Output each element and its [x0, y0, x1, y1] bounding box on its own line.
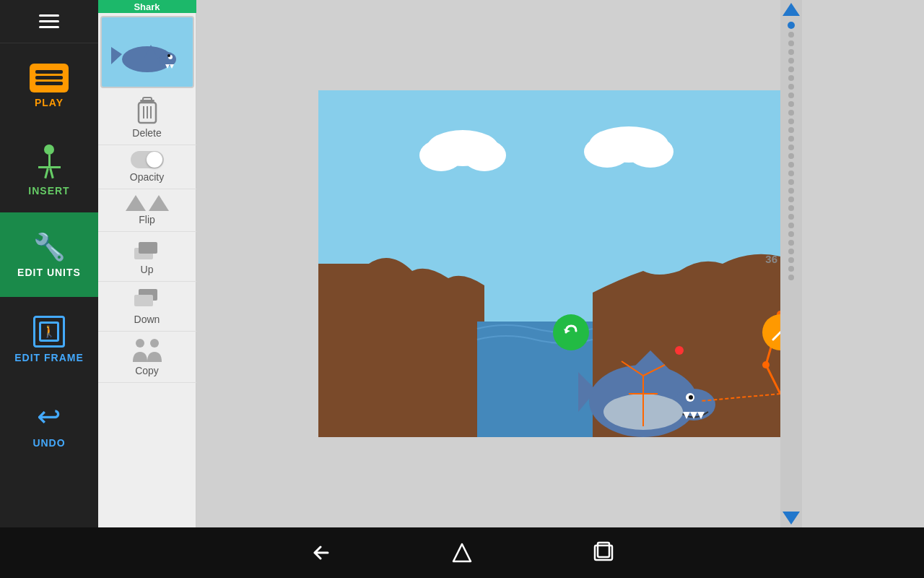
- flip-tool[interactable]: Flip: [98, 189, 196, 232]
- svg-point-59: [689, 395, 693, 400]
- home-button[interactable]: [449, 540, 475, 566]
- flip-tri-right: [149, 195, 169, 211]
- edit-frame-label: EDIT FRAME: [14, 352, 84, 363]
- wrench-icon: 🔧: [33, 232, 66, 262]
- shark-thumbnail[interactable]: [100, 16, 194, 88]
- content-area: PLAY INSERT: [0, 0, 924, 527]
- tools-panel: Shark: [98, 0, 196, 527]
- scroll-dot: [788, 75, 794, 81]
- frame-number: 36: [765, 253, 777, 265]
- scroll-dot: [788, 223, 794, 228]
- svg-rect-10: [143, 98, 152, 101]
- scroll-dot: [788, 179, 794, 185]
- svg-line-67: [773, 325, 780, 340]
- recent-button[interactable]: [590, 540, 616, 566]
- scroll-dot: [788, 171, 794, 176]
- bottom-bar: [0, 527, 924, 578]
- scroll-dot: [788, 231, 794, 237]
- opacity-label: Opacity: [130, 171, 164, 183]
- scroll-dot-active: [788, 22, 795, 29]
- delete-icon: [136, 97, 159, 124]
- opacity-toggle[interactable]: [131, 151, 164, 168]
- animation-canvas[interactable]: [318, 90, 780, 437]
- scroll-dot: [788, 92, 794, 98]
- undo-icon: ↩: [37, 400, 61, 433]
- play-label: PLAY: [35, 97, 64, 108]
- scroll-dot: [788, 66, 794, 72]
- play-button[interactable]: PLAY: [0, 43, 98, 128]
- delete-tool[interactable]: Delete: [98, 91, 196, 145]
- edit-frame-person-icon: 🚶: [42, 324, 56, 338]
- up-label: Up: [141, 264, 154, 275]
- scroll-dot: [788, 101, 794, 107]
- scroll-dot: [788, 275, 794, 280]
- down-icon: [133, 288, 162, 311]
- back-icon: [308, 540, 334, 566]
- scroll-dot: [788, 40, 794, 46]
- up-tool[interactable]: Up: [98, 232, 196, 282]
- edit-frame-button[interactable]: 🚶 EDIT FRAME: [0, 297, 98, 381]
- undo-button[interactable]: ↩ UNDO: [0, 381, 98, 466]
- svg-point-24: [463, 139, 506, 171]
- down-tool[interactable]: Down: [98, 282, 196, 332]
- svg-point-48: [762, 361, 770, 368]
- scroll-dot: [788, 257, 794, 263]
- scroll-down-button[interactable]: [783, 512, 800, 525]
- scroll-dot: [788, 58, 794, 64]
- tools-title: Shark: [134, 1, 160, 12]
- home-icon: [449, 540, 475, 566]
- svg-rect-16: [139, 242, 157, 254]
- opacity-tool[interactable]: Opacity: [98, 145, 196, 189]
- scene-svg: [318, 90, 780, 437]
- rotate-handle[interactable]: [553, 314, 589, 350]
- scroll-dot: [788, 49, 794, 55]
- scroll-dot: [788, 144, 794, 150]
- scroll-track: 36: [780, 0, 802, 527]
- hamburger-icon: [39, 14, 59, 28]
- edit-units-button[interactable]: 🔧 EDIT UNITS: [0, 212, 98, 297]
- up-icon: [133, 238, 162, 261]
- main-container: PLAY INSERT: [0, 0, 924, 578]
- svg-point-8: [167, 54, 170, 57]
- shark-preview-svg: [104, 20, 191, 85]
- scroll-dots: [788, 16, 795, 512]
- insert-button[interactable]: INSERT: [0, 128, 98, 212]
- scroll-dot: [788, 266, 794, 272]
- scroll-dot: [788, 214, 794, 220]
- scroll-dot: [788, 162, 794, 168]
- opacity-knob: [147, 152, 162, 168]
- delete-label: Delete: [132, 127, 161, 139]
- scroll-dot: [788, 249, 794, 254]
- undo-label: UNDO: [32, 437, 65, 449]
- down-label: Down: [134, 314, 160, 325]
- canvas-area: 36: [196, 0, 924, 527]
- scroll-dot: [788, 136, 794, 142]
- scroll-dot: [788, 32, 794, 38]
- hamburger-button[interactable]: [0, 0, 98, 43]
- tools-header: Shark: [98, 0, 196, 13]
- svg-point-19: [136, 339, 144, 348]
- scroll-up-button[interactable]: [783, 3, 800, 16]
- canvas-wrapper: [318, 90, 780, 437]
- scroll-dot: [788, 84, 794, 90]
- back-button[interactable]: [308, 540, 334, 566]
- edit-frame-icon: 🚶: [33, 316, 65, 348]
- copy-tool[interactable]: Copy: [98, 332, 196, 383]
- insert-label: INSERT: [28, 185, 69, 197]
- flip-icon: [126, 195, 169, 211]
- svg-point-27: [627, 136, 674, 168]
- play-icon: [30, 64, 69, 92]
- copy-label: Copy: [135, 365, 159, 376]
- scroll-dot: [788, 240, 794, 246]
- svg-rect-18: [134, 295, 153, 306]
- svg-marker-77: [453, 544, 471, 561]
- svg-point-50: [675, 346, 684, 355]
- svg-point-26: [584, 136, 630, 168]
- scroll-dot: [788, 188, 794, 194]
- rotate-icon: [560, 322, 582, 343]
- scroll-dot: [788, 153, 794, 159]
- recent-icon: [590, 540, 616, 566]
- edit-units-label: EDIT UNITS: [17, 267, 81, 278]
- svg-point-20: [150, 339, 159, 348]
- scroll-dot: [788, 118, 794, 124]
